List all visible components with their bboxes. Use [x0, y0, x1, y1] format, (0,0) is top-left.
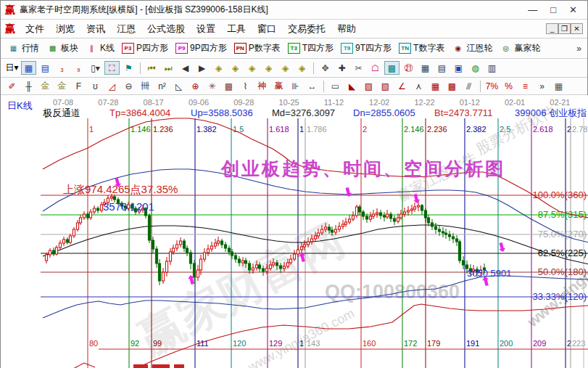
menu-资讯[interactable]: 资讯	[80, 21, 111, 37]
winner-wheel-button[interactable]: ◎赢家轮	[496, 41, 544, 56]
rect-tool-icon[interactable]: ▭	[328, 79, 343, 93]
circle-ruler-icon[interactable]: ⊖	[121, 79, 136, 93]
overflow-icon[interactable]: »	[534, 79, 550, 93]
red-grid-1-icon[interactable]: ▦	[428, 79, 443, 93]
p-square-button[interactable]: P3P四方形	[118, 41, 172, 56]
calendar-21-icon[interactable]: ㉑	[401, 61, 416, 75]
hatch-box-1-icon[interactable]: ▨	[361, 79, 376, 93]
maze-pattern-icon[interactable]: ▩	[384, 61, 399, 75]
crosshair-tool-icon[interactable]: ✚	[334, 61, 349, 75]
candle-body	[389, 214, 392, 218]
fib-f-icon[interactable]: F	[71, 79, 86, 93]
menu-帮助[interactable]: 帮助	[331, 21, 362, 37]
percent-7-icon[interactable]: 7%	[484, 79, 500, 93]
n-square-icon[interactable]: n²	[154, 79, 170, 93]
fan-lines-icon[interactable]: ◣	[344, 79, 360, 93]
candle-style-dropdown-icon[interactable]: ▯▾	[88, 61, 103, 75]
note-view-icon[interactable]: ▤	[38, 61, 53, 75]
wedge-icon[interactable]: ◺	[171, 79, 186, 93]
prev-bar-icon[interactable]: ◀	[178, 61, 193, 75]
p-table-button[interactable]: PNP数字表	[231, 41, 284, 56]
mdi-close-button[interactable]: ✕	[571, 23, 583, 34]
diamond-both-icon[interactable]: ◈	[244, 61, 260, 75]
menu-交易委托[interactable]: 交易委托	[282, 21, 331, 37]
mdi-minimize-button[interactable]: _	[546, 23, 558, 34]
period-day-dropdown-icon[interactable]: 日▾	[4, 61, 20, 75]
9t-square-button[interactable]: T99T四方形	[337, 41, 395, 56]
globe-tool-icon[interactable]: ◍	[468, 61, 483, 75]
9p-square-button[interactable]: P99P四方形	[172, 41, 231, 56]
first-bar-icon[interactable]: ⏮	[144, 61, 160, 75]
h-arrows-icon[interactable]: ↔	[305, 79, 320, 93]
report-icon[interactable]: ▤	[434, 61, 450, 75]
menu-窗口[interactable]: 窗口	[252, 21, 282, 37]
gold-grid-1-icon[interactable]: 金	[38, 79, 53, 93]
calculator-icon[interactable]: ▦	[418, 61, 433, 75]
t-square-button[interactable]: T3T四方形	[284, 41, 337, 56]
menu-工具[interactable]: 工具	[221, 21, 252, 37]
gann-wheel-button[interactable]: ◉江恩轮	[448, 41, 496, 56]
angle-lines-icon[interactable]: ∠	[394, 79, 410, 93]
current-value-annotation: 3050.5901	[467, 268, 511, 279]
diamond-left-icon[interactable]: ◈	[211, 61, 226, 75]
menu-设置[interactable]: 设置	[191, 21, 221, 37]
grid-view-icon[interactable]: ▦	[21, 61, 36, 75]
percent-icon[interactable]: %	[501, 79, 516, 93]
spiral-icon[interactable]: ʊ	[88, 79, 103, 93]
vline-bar-label: 129	[269, 339, 282, 348]
flag-chart-icon[interactable]: ⚑	[121, 61, 136, 75]
candle-body	[210, 246, 212, 249]
kline-9-icon[interactable]: ₉	[71, 61, 86, 75]
gann-grid-1-icon[interactable]: ╫	[21, 79, 36, 93]
vline-ratio-label: 2.236	[427, 125, 447, 134]
menu-浏览[interactable]: 浏览	[50, 21, 80, 37]
diamond-right-icon[interactable]: ◈	[228, 61, 243, 75]
menu-文件[interactable]: 文件	[20, 21, 50, 37]
t-table-button[interactable]: TNT数字表	[395, 41, 448, 56]
close-button[interactable]: ✕	[569, 4, 577, 15]
measure-tool-icon[interactable]: ✂	[351, 61, 366, 75]
zigzag-icon[interactable]: ⋏	[411, 79, 426, 93]
diamond-compress-icon[interactable]: ◈	[278, 61, 293, 75]
star-burst-icon[interactable]: ✳	[204, 79, 220, 93]
menu-江恩[interactable]: 江恩	[111, 21, 141, 37]
hand-tool-icon[interactable]: ✥	[318, 61, 333, 75]
kline-button[interactable]: ∥K线	[82, 41, 118, 56]
quotes-button[interactable]: ▦行情	[4, 41, 43, 56]
next-bar-icon[interactable]: ▶	[194, 61, 210, 75]
gold-grid-2-icon[interactable]: 金	[54, 79, 70, 93]
slant-lines-icon[interactable]: ⫻	[461, 79, 476, 93]
toolbar-overflow-button[interactable]: »	[576, 44, 584, 54]
chart-canvas[interactable]: 赢家财富网赢家江恩软件股票分析软件www.yingjia360.comwww.y…	[1, 95, 588, 368]
diamond-expand-icon[interactable]: ◈	[261, 61, 276, 75]
save-icon[interactable]: ▣	[451, 61, 466, 75]
angle-ruler-icon[interactable]: ◿	[104, 79, 120, 93]
channel-md-value: Md=3276.3097	[272, 107, 335, 118]
workstation-icon[interactable]: ▥	[484, 61, 500, 75]
gann-head-icon[interactable]: ☖	[368, 61, 383, 75]
percent-lines-icon[interactable]: ≡	[518, 79, 533, 93]
sectors-button[interactable]: ▩板块	[43, 41, 82, 56]
minimize-button[interactable]: —	[528, 4, 537, 15]
win-tool-icon[interactable]: 赢	[271, 79, 286, 93]
bar-count-icon[interactable]: 卌	[138, 79, 153, 93]
red-grid-2-icon[interactable]: ▩	[444, 79, 460, 93]
last-bar-icon[interactable]: ⏭	[161, 61, 176, 75]
candle-body	[244, 261, 247, 263]
target-icon[interactable]: ⊕	[188, 79, 203, 93]
menu-公式选股[interactable]: 公式选股	[141, 21, 191, 37]
chart-area[interactable]: 日K线 赢家财富网赢家江恩软件股票分析软件www.yingjia360.comw…	[1, 95, 588, 368]
right-grid-icon[interactable]: ▦	[551, 79, 566, 93]
kline-3-icon[interactable]: ₃	[54, 61, 70, 75]
shen-tool-icon[interactable]: 神	[254, 79, 270, 93]
draw-pen-icon[interactable]: ✐	[4, 79, 20, 93]
diamond-full-icon[interactable]: ◈	[294, 61, 310, 75]
kline-mode-icon[interactable]: ⛶	[104, 61, 120, 75]
hatch-box-2-icon[interactable]: ▧	[378, 79, 393, 93]
vline-bar-label: 92	[131, 339, 139, 348]
tick-marks-icon[interactable]: ⌇	[238, 79, 253, 93]
square-grid-icon[interactable]: ▩	[221, 79, 236, 93]
ruler-123-icon[interactable]: ⊪	[288, 79, 303, 93]
mdi-restore-button[interactable]: ❐	[558, 23, 571, 34]
maximize-button[interactable]: □	[550, 4, 556, 15]
